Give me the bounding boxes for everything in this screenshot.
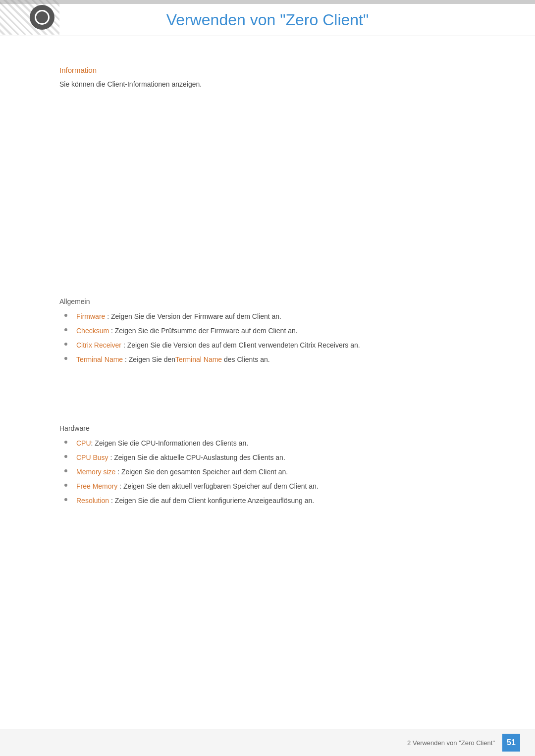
item-text: Free Memory : Zeigen Sie den aktuell ver… [76, 481, 319, 492]
bullet-dot [64, 343, 67, 346]
term-free-memory: Free Memory [76, 482, 117, 490]
section-information: Information Sie können die Client-Inform… [59, 66, 505, 90]
bullet-dot [64, 484, 67, 487]
page-title-bar: Verwenden von "Zero Client" [0, 4, 535, 36]
term-memory-size: Memory size [76, 468, 115, 476]
list-item: Firmware : Zeigen Sie die Version der Fi… [59, 311, 505, 322]
item-text: Checksum : Zeigen Sie die Prüfsumme der … [76, 326, 298, 336]
term-resolution: Resolution [76, 497, 109, 504]
item-text: Firmware : Zeigen Sie die Version der Fi… [76, 311, 281, 322]
item-text: Terminal Name : Zeigen Sie denTerminal N… [76, 354, 270, 365]
list-item: Citrix Receiver : Zeigen Sie die Version… [59, 340, 505, 351]
item-text: CPU: Zeigen Sie die CPU-Informationen de… [76, 438, 248, 449]
list-item: Memory size : Zeigen Sie den gesamten Sp… [59, 467, 505, 477]
section-information-heading: Information [59, 66, 505, 74]
term-firmware: Firmware [76, 312, 105, 320]
bullet-dot [64, 498, 67, 501]
term-terminal-name: Terminal Name [76, 355, 123, 363]
page-container: Verwenden von "Zero Client" Information … [0, 0, 535, 756]
term-cpu: CPU [76, 439, 91, 447]
page-footer: 2 Verwenden von "Zero Client" 51 [0, 729, 535, 756]
allgemein-heading: Allgemein [59, 298, 505, 305]
top-border [0, 0, 535, 4]
list-item: CPU: Zeigen Sie die CPU-Informationen de… [59, 438, 505, 449]
subsection-hardware: Hardware CPU: Zeigen Sie die CPU-Informa… [59, 424, 505, 506]
term-cpu-busy: CPU Busy [76, 454, 108, 461]
term-terminal-name-inline: Terminal Name [175, 355, 222, 363]
list-item: Terminal Name : Zeigen Sie denTerminal N… [59, 354, 505, 365]
subsection-allgemein: Allgemein Firmware : Zeigen Sie die Vers… [59, 298, 505, 365]
section-information-description: Sie können die Client-Informationen anze… [59, 79, 505, 90]
list-item: CPU Busy : Zeigen Sie die aktuelle CPU-A… [59, 453, 505, 463]
footer-page-number: 51 [502, 734, 520, 752]
item-text: CPU Busy : Zeigen Sie die aktuelle CPU-A… [76, 453, 285, 463]
item-text: Citrix Receiver : Zeigen Sie die Version… [76, 340, 360, 351]
list-item: Checksum : Zeigen Sie die Prüfsumme der … [59, 326, 505, 336]
footer-chapter-text: 2 Verwenden von "Zero Client" [407, 739, 495, 747]
content-area: Information Sie können die Client-Inform… [59, 36, 505, 726]
list-item: Resolution : Zeigen Sie die auf dem Clie… [59, 496, 505, 506]
term-checksum: Checksum [76, 327, 109, 335]
bullet-dot [64, 469, 67, 472]
page-title: Verwenden von "Zero Client" [166, 11, 369, 29]
bullet-dot [64, 314, 67, 317]
bullet-dot [64, 357, 67, 360]
allgemein-list: Firmware : Zeigen Sie die Version der Fi… [59, 311, 505, 365]
term-citrix-receiver: Citrix Receiver [76, 341, 121, 349]
hardware-heading: Hardware [59, 424, 505, 432]
list-item: Free Memory : Zeigen Sie den aktuell ver… [59, 481, 505, 492]
item-text: Memory size : Zeigen Sie den gesamten Sp… [76, 467, 288, 477]
hardware-list: CPU: Zeigen Sie die CPU-Informationen de… [59, 438, 505, 506]
bullet-dot [64, 441, 67, 444]
item-text: Resolution : Zeigen Sie die auf dem Clie… [76, 496, 314, 506]
bullet-dot [64, 328, 67, 331]
bullet-dot [64, 455, 67, 458]
